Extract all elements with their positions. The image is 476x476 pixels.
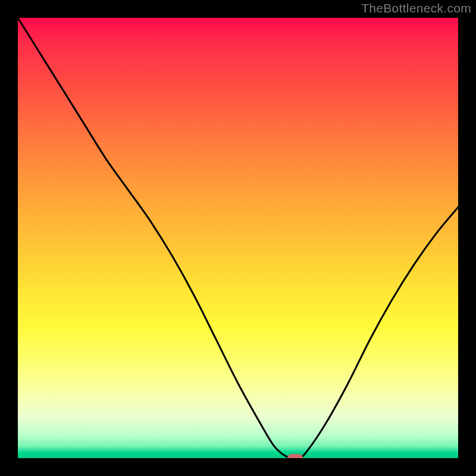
- watermark-text: TheBottleneck.com: [361, 1, 471, 15]
- selected-point-marker: [287, 454, 303, 458]
- plot-area: [18, 18, 458, 458]
- bottleneck-curve: [18, 18, 458, 458]
- chart-frame: TheBottleneck.com: [0, 0, 476, 476]
